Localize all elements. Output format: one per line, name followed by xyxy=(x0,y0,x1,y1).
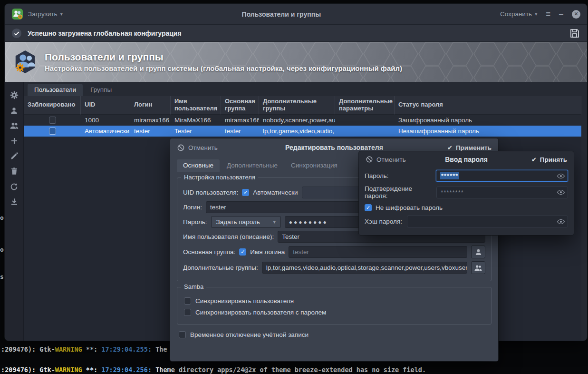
pick-groups-button[interactable] xyxy=(471,261,485,274)
confirm-password-label: Подтверждение пароля: xyxy=(365,185,436,199)
left-toolbar xyxy=(5,82,24,341)
samba-sync-user-checkbox[interactable] xyxy=(184,297,191,305)
password-label: Пароль: xyxy=(183,218,207,226)
samba-sync-user-label: Синхронизировать пользователя xyxy=(195,297,294,305)
check-circle-icon xyxy=(11,28,22,39)
table-row-selected[interactable]: Автоматически tester Tester tester lp,to… xyxy=(24,126,581,137)
edit-pencil-icon[interactable] xyxy=(6,149,22,163)
apply-button[interactable]: ✔ Применить xyxy=(447,144,492,151)
groupbox-legend: Настройка пользователя xyxy=(181,174,258,181)
uid-auto-label: Автоматически xyxy=(253,189,298,196)
column-header: Логин xyxy=(130,96,171,115)
column-header: Основная группа xyxy=(221,96,259,115)
table-header: Заблокировано UID Логин Имя пользователя… xyxy=(24,96,581,115)
app-icon xyxy=(11,8,23,20)
users-groups-icon xyxy=(12,49,38,75)
hash-label: Хэш пароля: xyxy=(365,218,402,225)
delete-trash-icon[interactable] xyxy=(6,165,22,178)
terminal-line: :209476): Gtk-WARNING **: 17:29:04.256: … xyxy=(1,366,426,374)
pick-user-button[interactable] xyxy=(471,246,485,258)
tab-groups[interactable]: Группы xyxy=(84,84,118,96)
primary-group-input[interactable]: tester xyxy=(289,246,467,258)
column-header: Дополнительные группы xyxy=(259,96,335,115)
close-icon: ✕ xyxy=(574,11,578,17)
group-icon[interactable] xyxy=(6,119,22,132)
page-header-banner: Пользователи и группы Настройка пользова… xyxy=(5,42,587,82)
titlebar: Загрузить ▾ Пользователи и группы Сохран… xyxy=(5,4,587,25)
no-encrypt-checkbox[interactable] xyxy=(365,204,372,211)
terminal-fragment: o xyxy=(0,214,4,221)
uid-label: UID пользователя: xyxy=(183,189,238,196)
tab-basic[interactable]: Основные xyxy=(177,159,220,172)
minimize-button[interactable]: – xyxy=(559,10,563,19)
view-tabs: Пользователи Группы xyxy=(24,82,587,96)
eye-icon[interactable] xyxy=(557,188,565,197)
terminal-fragment: о xyxy=(0,246,4,253)
disable-account-checkbox[interactable] xyxy=(179,331,186,338)
samba-sync-password-checkbox[interactable] xyxy=(184,309,191,316)
login-name-checkbox[interactable] xyxy=(239,248,246,256)
confirm-password-input[interactable]: ******** xyxy=(436,187,568,198)
blocked-checkbox[interactable] xyxy=(49,117,56,124)
column-header: Заблокировано xyxy=(24,96,81,115)
blocked-checkbox[interactable] xyxy=(49,128,56,135)
password-mode-combobox[interactable]: Задать пароль ▾ xyxy=(211,216,281,228)
password-label: Пароль: xyxy=(365,172,389,179)
tab-additional[interactable]: Дополнительные xyxy=(221,159,284,172)
window-title: Пользователи и группы xyxy=(67,10,495,18)
user-icon[interactable] xyxy=(6,104,22,117)
eye-icon[interactable] xyxy=(557,172,565,180)
accept-button[interactable]: ✔ Принять xyxy=(531,156,567,163)
hash-input[interactable] xyxy=(407,216,568,227)
eye-icon[interactable] xyxy=(557,217,565,226)
table-row[interactable]: 1000 miramax166 MiraMaX166 miramax166 no… xyxy=(24,115,581,126)
import-download-icon[interactable] xyxy=(6,195,22,208)
extra-groups-label: Дополнительные группы: xyxy=(183,264,258,271)
page-subtitle: Настройка пользователей и групп системы … xyxy=(45,64,402,72)
terminal-line: :209476): Gtk-WARNING **: 17:29:04.255: … xyxy=(1,345,167,353)
tab-sync[interactable]: Синхронизация xyxy=(285,159,344,172)
column-header: Имя пользователя xyxy=(171,96,221,115)
hamburger-menu-button[interactable]: ≡ xyxy=(546,10,550,19)
column-header: Дополнительные параметры xyxy=(335,96,395,115)
password-entry-dialog: Ввод пароля Отменить ✔ Принять Пароль: *… xyxy=(359,151,574,235)
login-name-label: Имя логина xyxy=(250,248,285,256)
check-icon: ✔ xyxy=(447,144,453,151)
save-file-icon[interactable] xyxy=(569,28,580,39)
samba-sync-password-label: Синхронизировать пользователя с паролем xyxy=(195,309,326,316)
cancel-slash-icon xyxy=(177,144,185,152)
extra-groups-input[interactable]: lp,tor,games,video,audio,optical,storage… xyxy=(262,262,467,274)
chevron-down-icon: ▾ xyxy=(535,11,537,17)
uid-auto-checkbox[interactable] xyxy=(242,189,249,196)
column-header: UID xyxy=(81,96,130,115)
settings-gear-icon[interactable] xyxy=(6,89,22,102)
notification-bar: Успешно загружена глобальная конфигураци… xyxy=(5,25,587,42)
chevron-down-icon: ▾ xyxy=(273,219,276,225)
check-icon: ✔ xyxy=(531,156,537,163)
cancel-button[interactable]: Отменить xyxy=(366,156,406,163)
save-menu-button[interactable]: Сохранить ▾ xyxy=(500,10,537,18)
refresh-icon[interactable] xyxy=(6,180,22,193)
chevron-down-icon: ▾ xyxy=(60,11,63,17)
groupbox-legend: Samba xyxy=(181,283,206,290)
add-plus-icon[interactable] xyxy=(6,134,22,148)
page-title: Пользователи и группы xyxy=(45,51,402,63)
close-button[interactable]: ✕ xyxy=(572,10,580,19)
password-input[interactable]: ****** xyxy=(436,170,568,182)
terminal-fragment: s xyxy=(0,273,4,280)
disable-account-label: Временное отключение учётной записи xyxy=(190,331,308,338)
cancel-slash-icon xyxy=(366,156,373,163)
load-menu-button[interactable]: Загрузить ▾ xyxy=(28,10,63,18)
no-encrypt-label: Не шифровать пароль xyxy=(376,204,443,211)
user-name-label: Имя пользователя (описание): xyxy=(183,233,274,240)
samba-groupbox: Samba Синхронизировать пользователя Синх… xyxy=(177,287,492,325)
column-header: Статус пароля xyxy=(395,96,581,115)
cancel-button[interactable]: Отменить xyxy=(177,144,218,152)
primary-group-label: Основная группа: xyxy=(183,248,235,256)
notification-message: Успешно загружена глобальная конфигураци… xyxy=(28,30,563,37)
login-label: Логин: xyxy=(183,204,202,211)
tab-users[interactable]: Пользователи xyxy=(28,84,83,96)
